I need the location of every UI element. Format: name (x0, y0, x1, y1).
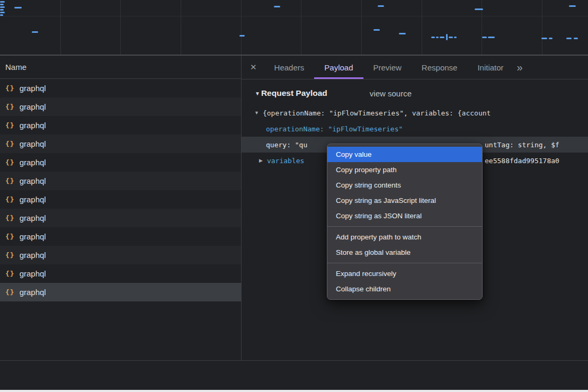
request-list: {}graphql{}graphql{}graphql{}graphql{}gr… (0, 79, 241, 301)
network-request-row[interactable]: {}graphql (0, 227, 241, 246)
network-request-row[interactable]: {}graphql (0, 97, 241, 116)
variables-preview-right: ee5588fdad995178a0 (485, 157, 559, 165)
json-braces-icon: {} (5, 233, 15, 240)
expanded-triangle-icon[interactable]: ▼ (254, 110, 259, 115)
network-request-row[interactable]: {}graphql (0, 135, 241, 153)
network-request-row[interactable]: {}graphql (0, 153, 241, 172)
tab-preview[interactable]: Preview (363, 56, 412, 79)
json-braces-icon: {} (5, 177, 15, 185)
menu-item-copy-string-as-json-literal[interactable]: Copy string as JSON literal (327, 208, 482, 224)
detail-tabs: HeadersPayloadPreviewResponseInitiator (264, 56, 514, 79)
network-request-row[interactable]: {}graphql (0, 246, 241, 264)
menu-separator (327, 226, 482, 227)
view-source-link[interactable]: view source (370, 89, 412, 98)
request-timeline-bar (574, 38, 578, 39)
tab-headers[interactable]: Headers (264, 56, 315, 79)
request-timeline-bar (436, 37, 439, 38)
overflow-chevrons-icon[interactable]: » (517, 62, 523, 73)
tab-response[interactable]: Response (412, 56, 468, 79)
json-braces-icon: {} (5, 288, 15, 296)
request-name-label: graphql (20, 288, 46, 297)
timeline-gridline (361, 0, 362, 55)
request-timeline-bar (549, 38, 553, 39)
operation-name-entry: operationName: "ipFlowTimeseries" (266, 125, 403, 133)
timeline-gridline (542, 0, 542, 55)
request-timeline-bar (446, 34, 448, 40)
variables-key: variables (267, 157, 304, 165)
tab-initiator[interactable]: Initiator (467, 56, 513, 79)
request-name-label: graphql (20, 251, 46, 260)
json-braces-icon: {} (5, 214, 15, 222)
timeline-gridline (60, 0, 61, 55)
menu-item-expand-recursively[interactable]: Expand recursively (327, 266, 482, 281)
request-name-label: graphql (20, 84, 46, 93)
network-overview-timeline[interactable] (0, 0, 588, 56)
network-main-area: Name {}graphql{}graphql{}graphql{}graphq… (0, 56, 588, 361)
request-timeline-bar (378, 5, 384, 7)
collapsed-triangle-icon[interactable]: ▶ (259, 158, 263, 163)
tab-payload[interactable]: Payload (314, 56, 363, 79)
request-timeline-bar (239, 35, 245, 37)
page-bottom-edge (0, 390, 588, 392)
network-request-row[interactable]: {}graphql (0, 116, 241, 135)
request-name-label: graphql (20, 139, 46, 148)
json-braces-icon: {} (5, 103, 15, 111)
request-timeline-bar (475, 8, 483, 10)
devtools-network-panel: Name {}graphql{}graphql{}graphql{}graphq… (0, 0, 588, 392)
menu-separator (327, 263, 482, 263)
network-request-row[interactable]: {}graphql (0, 190, 241, 209)
timeline-gridline (301, 0, 301, 55)
network-request-list-pane: Name {}graphql{}graphql{}graphql{}graphq… (0, 56, 242, 360)
name-column-header[interactable]: Name (0, 56, 241, 79)
menu-item-copy-value[interactable]: Copy value (327, 147, 482, 162)
detail-tabbar: ✕ HeadersPayloadPreviewResponseInitiator… (242, 56, 588, 79)
request-payload-section-header: ▼ Request Payload view source (242, 88, 588, 98)
request-timeline-bar (431, 37, 435, 38)
network-request-row[interactable]: {}graphql (0, 264, 241, 283)
request-timeline-bar (566, 38, 572, 39)
request-name-label: graphql (20, 232, 46, 241)
query-entry-left: query: "qu (266, 141, 307, 149)
json-braces-icon: {} (5, 270, 15, 278)
menu-item-copy-string-as-javascript-literal[interactable]: Copy string as JavaScript literal (327, 193, 482, 208)
menu-item-add-property-path-to-watch[interactable]: Add property path to watch (327, 229, 482, 245)
request-timeline-bar (274, 6, 280, 7)
section-expanded-triangle-icon[interactable]: ▼ (255, 91, 260, 96)
timeline-lane-divider (0, 16, 588, 16)
request-timeline-bar (0, 1, 5, 3)
request-timeline-bar (440, 37, 444, 38)
menu-item-store-as-global-variable[interactable]: Store as global variable (327, 245, 482, 260)
request-timeline-bar (449, 37, 453, 38)
timeline-gridline (120, 0, 121, 55)
request-timeline-bar (14, 7, 22, 8)
json-braces-icon: {} (5, 158, 15, 166)
json-braces-icon: {} (5, 84, 15, 92)
menu-item-collapse-children[interactable]: Collapse children (327, 281, 482, 297)
close-icon[interactable]: ✕ (250, 63, 257, 72)
json-braces-icon: {} (5, 251, 15, 259)
timeline-gridline (241, 0, 242, 55)
network-request-row[interactable]: {}graphql (0, 79, 241, 97)
payload-root-row[interactable]: ▼ {operationName: "ipFlowTimeseries", va… (242, 105, 588, 121)
request-timeline-bar (0, 14, 3, 16)
request-name-label: graphql (20, 269, 46, 278)
payload-root-preview: {operationName: "ipFlowTimeseries", vari… (263, 109, 491, 117)
network-request-row[interactable]: {}graphql (0, 209, 241, 227)
request-name-label: graphql (20, 121, 46, 130)
request-name-label: graphql (20, 102, 46, 111)
menu-item-copy-property-path[interactable]: Copy property path (327, 162, 482, 177)
json-braces-icon: {} (5, 121, 15, 129)
request-timeline-bar (569, 5, 576, 7)
request-timeline-bar (541, 38, 547, 39)
timeline-gridline (181, 0, 181, 55)
payload-row-operation-name[interactable]: operationName: "ipFlowTimeseries" (242, 121, 588, 137)
query-entry-right: untTag: string, $f (485, 141, 559, 149)
request-name-label: graphql (20, 158, 46, 167)
request-timeline-bar (0, 4, 4, 5)
menu-item-copy-string-contents[interactable]: Copy string contents (327, 177, 482, 193)
request-timeline-bar (482, 37, 487, 38)
request-timeline-bar (32, 31, 38, 33)
timeline-gridline (422, 0, 422, 55)
network-request-row[interactable]: {}graphql (0, 172, 241, 190)
network-request-row[interactable]: {}graphql (0, 283, 241, 301)
